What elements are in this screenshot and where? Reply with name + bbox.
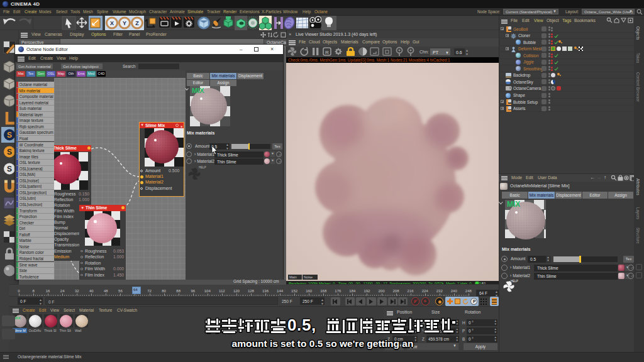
svg-text:Chn:: Chn: bbox=[419, 50, 429, 54]
svg-text:0.6: 0.6 bbox=[456, 50, 462, 55]
svg-text:▼: ▼ bbox=[445, 51, 449, 55]
svg-text:PT: PT bbox=[433, 50, 439, 55]
svg-text:R: R bbox=[325, 50, 329, 55]
svg-text:S: S bbox=[7, 165, 12, 173]
svg-text:S: S bbox=[7, 131, 12, 140]
svg-text:X: X bbox=[110, 20, 114, 26]
svg-text:Z: Z bbox=[135, 20, 139, 26]
svg-text:S: S bbox=[7, 148, 12, 156]
svg-text:Y: Y bbox=[123, 20, 126, 26]
svg-text:▼: ▼ bbox=[465, 52, 469, 56]
